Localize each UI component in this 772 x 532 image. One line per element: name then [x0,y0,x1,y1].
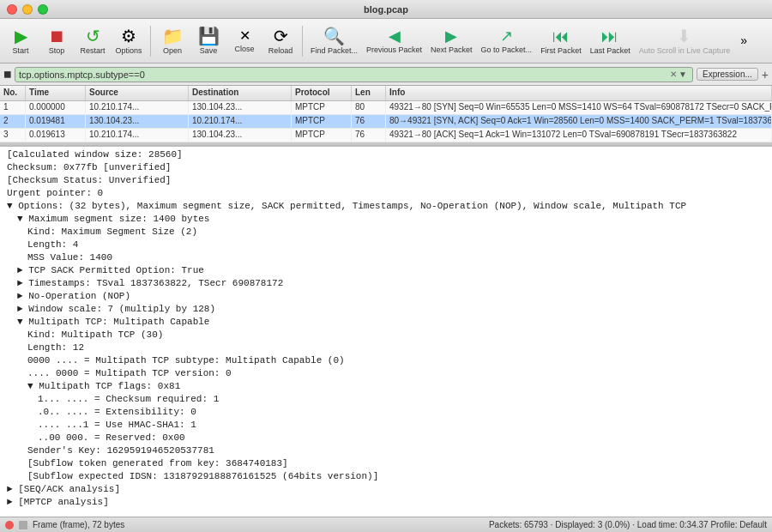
next-packet-button[interactable]: ▶ Next Packet [427,21,476,61]
reload-label: Reload [268,46,293,55]
next-packet-icon: ▶ [445,28,457,44]
start-button[interactable]: ▶ Start [3,21,38,61]
table-cell: 1 [0,101,26,114]
table-cell: 130.104.23... [189,129,292,142]
detail-row: Kind: Maximum Segment Size (2) [0,226,772,239]
close-icon: ✕ [239,29,250,43]
prev-packet-button[interactable]: ◀ Previous Packet [363,21,425,61]
expand-row[interactable]: ► [MPTCP analysis] [0,496,772,509]
table-cell: 3 [0,129,26,142]
stop-label: Stop [49,46,65,55]
collapse-row[interactable]: ▼ Multipath TCP flags: 0x81 [0,380,772,393]
table-cell: 80 [352,101,386,114]
detail-row: Length: 4 [0,239,772,251]
filter-clear-button[interactable]: ✕ [670,70,677,79]
open-button[interactable]: 📁 Open [155,21,190,61]
reload-icon: ⟳ [274,27,288,45]
capture-status-dot [5,521,14,529]
col-header-time: Time [26,86,86,100]
window-title: blog.pcap [364,4,408,15]
detail-row: [Checksum Status: Unverified] [0,174,772,187]
detail-row: Kind: Multipath TCP (30) [0,329,772,342]
window-controls [7,4,48,15]
filter-input-wrap[interactable]: tcp.options.mptcp.subtype==0 ✕ ▼ [15,67,693,82]
collapse-row[interactable]: ▼ Multipath TCP: Multipath Capable [0,316,772,329]
first-packet-label: First Packet [540,46,582,55]
table-cell: 2 [0,115,26,128]
goto-packet-icon: ↗ [500,28,513,44]
close-button[interactable]: ✕ Close [227,21,262,61]
maximize-window-btn[interactable] [38,4,48,15]
find-packet-label: Find Packet... [311,46,358,55]
options-button[interactable]: ⚙ Options [112,21,146,61]
start-icon: ▶ [15,27,27,45]
expand-row[interactable]: ► No-Operation (NOP) [0,290,772,303]
prev-packet-icon: ◀ [389,28,401,44]
save-icon: 💾 [198,27,220,45]
stop-button[interactable]: ⏹ Stop [39,21,74,61]
table-cell: 80→49321 [SYN, ACK] Seq=0 Ack=1 Win=2856… [386,115,772,128]
table-cell: 76 [352,129,386,142]
expand-row[interactable]: ► Timestamps: TSval 1837363822, TSecr 69… [0,277,772,290]
find-packet-button[interactable]: 🔍 Find Packet... [307,21,361,61]
collapse-row[interactable]: ▼ Options: (32 bytes), Maximum segment s… [0,200,772,213]
autoscroll-button[interactable]: ⬇ Auto Scroll in Live Capture [636,21,734,61]
last-packet-button[interactable]: ⏭ Last Packet [587,21,634,61]
open-icon: 📁 [162,27,184,45]
frame-info: Frame (frame), 72 bytes [33,520,484,529]
save-button[interactable]: 💾 Save [191,21,226,61]
packet-table-body: 10.00000010.210.174...130.104.23...MPTCP… [0,101,772,142]
detail-row: ..00 000. = Reserved: 0x00 [0,432,772,444]
detail-row: [Subflow expected IDSN: 1318792918887616… [0,470,772,483]
table-cell: 130.104.23... [189,101,292,114]
col-header-len: Len [352,86,386,100]
expand-row[interactable]: ► [SEQ/ACK analysis] [0,483,772,496]
packet-list-section: No. Time Source Destination Protocol Len… [0,86,772,146]
filter-text[interactable]: tcp.options.mptcp.subtype==0 [19,70,668,80]
restart-label: Restart [80,46,105,55]
detail-row: MSS Value: 1400 [0,251,772,264]
table-cell: 10.210.174... [86,101,189,114]
packet-table-header: No. Time Source Destination Protocol Len… [0,86,772,101]
restart-button[interactable]: ↺ Restart [75,21,110,61]
first-packet-button[interactable]: ⏮ First Packet [537,21,585,61]
col-header-info: Info [386,86,772,100]
stop-icon: ⏹ [48,27,65,45]
more-button[interactable]: » [735,21,752,61]
reload-button[interactable]: ⟳ Reload [263,21,298,61]
goto-packet-button[interactable]: ↗ Go to Packet... [478,21,536,61]
filter-add-button[interactable]: + [762,69,769,81]
expand-row[interactable]: ► Window scale: 7 (multiply by 128) [0,303,772,316]
goto-packet-label: Go to Packet... [481,45,533,54]
last-packet-label: Last Packet [590,46,630,55]
close-window-btn[interactable] [7,4,17,15]
table-cell: 0.019613 [26,129,86,142]
toolbar-separator-2 [302,26,303,57]
table-cell: 49321→80 [SYN] Seq=0 Win=65535 Len=0 MSS… [386,101,772,114]
table-row[interactable]: 10.00000010.210.174...130.104.23...MPTCP… [0,101,772,115]
options-icon: ⚙ [121,27,136,45]
table-cell: MPTCP [292,101,352,114]
filter-dropdown-arrow[interactable]: ▼ [677,70,689,79]
filter-bar: ◼ tcp.options.mptcp.subtype==0 ✕ ▼ Expre… [0,63,772,86]
main-toolbar: ▶ Start ⏹ Stop ↺ Restart ⚙ Options 📁 Ope… [0,19,772,63]
start-label: Start [12,46,28,55]
table-cell: 0.019481 [26,115,86,128]
autoscroll-label: Auto Scroll in Live Capture [639,46,731,55]
col-header-protocol: Protocol [292,86,352,100]
minimize-window-btn[interactable] [22,4,33,15]
collapse-row[interactable]: ▼ Maximum segment size: 1400 bytes [0,213,772,226]
main-content: No. Time Source Destination Protocol Len… [0,86,772,517]
restart-icon: ↺ [86,27,100,45]
table-cell: 10.210.174... [86,129,189,142]
open-label: Open [163,46,182,55]
table-row[interactable]: 20.019481130.104.23...10.210.174...MPTCP… [0,115,772,129]
first-packet-icon: ⏮ [552,27,570,45]
title-bar: blog.pcap [0,0,772,19]
table-row[interactable]: 30.01961310.210.174...130.104.23...MPTCP… [0,129,772,142]
filter-indicator: ◼ [3,69,11,80]
detail-row: Urgent pointer: 0 [0,187,772,200]
expand-row[interactable]: ► TCP SACK Permitted Option: True [0,264,772,277]
expression-button[interactable]: Expression... [697,68,758,81]
detail-row: Checksum: 0x77fb [unverified] [0,161,772,174]
